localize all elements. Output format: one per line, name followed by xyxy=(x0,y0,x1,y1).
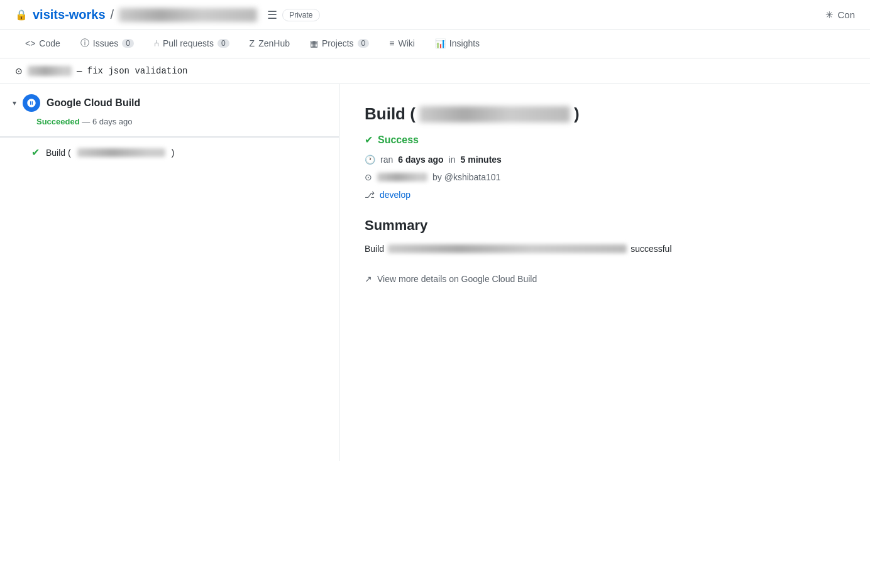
commit-hash xyxy=(28,66,72,76)
asterisk-icon: ✳ xyxy=(825,9,834,21)
zenhub-icon: Z xyxy=(250,38,255,48)
tab-zenhub[interactable]: Z ZenHub xyxy=(240,31,300,57)
commit-key-icon: ⊙ xyxy=(15,66,23,76)
check-item-id-blurred xyxy=(77,148,165,157)
success-label: Success xyxy=(378,134,419,146)
commit-ref-icon: ⊙ xyxy=(365,172,372,182)
ran-time: 6 days ago xyxy=(398,155,443,165)
tab-wiki[interactable]: ≡ Wiki xyxy=(379,31,425,57)
summary-id-blurred xyxy=(388,244,627,253)
tab-insights[interactable]: 📊 Insights xyxy=(425,31,490,57)
group-status-success: Succeeded xyxy=(36,117,80,126)
build-time-row: 🕐 ran 6 days ago in 5 minutes xyxy=(365,155,845,165)
duration: 5 minutes xyxy=(461,155,502,165)
build-status-row: ✔ Success xyxy=(365,134,845,146)
view-more-link[interactable]: View more details on Google Cloud Build xyxy=(377,274,537,284)
branch-icon: ⎇ xyxy=(365,190,375,200)
ran-prefix: ran xyxy=(380,155,393,165)
insights-icon: 📊 xyxy=(435,38,446,48)
clock-icon: 🕐 xyxy=(365,155,375,165)
gcb-icon xyxy=(23,94,40,112)
build-author-row: ⊙ by @kshibata101 xyxy=(365,172,845,182)
chevron-down-icon[interactable]: ▾ xyxy=(13,99,16,107)
triggered-by: by @kshibata101 xyxy=(432,172,500,182)
pr-badge: 0 xyxy=(218,39,229,48)
tab-zenhub-label: ZenHub xyxy=(258,38,290,48)
projects-icon: ▦ xyxy=(310,38,318,48)
repo-title: 🔒 visits-works / ☰ Private xyxy=(15,8,320,22)
main-content: ▾ Google Cloud Build Succeeded — 6 days … xyxy=(0,84,870,461)
commit-message: — fix json validation xyxy=(77,66,187,76)
pr-icon: ⑃ xyxy=(154,38,159,48)
summary-suffix: successful xyxy=(630,244,671,254)
check-success-icon: ✔ xyxy=(31,146,40,158)
tab-code-label: Code xyxy=(39,38,60,48)
check-group-name: Google Cloud Build xyxy=(47,97,140,109)
check-group-status: Succeeded — 6 days ago xyxy=(36,117,326,126)
issues-badge: 0 xyxy=(122,39,134,48)
lock-icon: 🔒 xyxy=(15,9,28,21)
summary-prefix: Build xyxy=(365,244,384,254)
tab-projects-label: Projects xyxy=(322,38,354,48)
con-label: Con xyxy=(837,9,855,20)
build-title-prefix: Build ( xyxy=(365,104,416,124)
build-title-suffix: ) xyxy=(574,104,580,124)
right-panel: Build ( ) ✔ Success 🕐 ran 6 days ago in … xyxy=(339,84,870,461)
repo-name-blurred xyxy=(119,8,257,22)
check-group-header: ▾ Google Cloud Build xyxy=(13,94,326,112)
branch-link[interactable]: develop xyxy=(380,190,410,200)
wiki-icon: ≡ xyxy=(389,38,394,48)
tab-pull-requests[interactable]: ⑃ Pull requests 0 xyxy=(144,31,240,57)
build-branch-row: ⎇ develop xyxy=(365,190,845,200)
projects-badge: 0 xyxy=(358,39,370,48)
tab-issues-label: Issues xyxy=(93,38,118,48)
private-badge: Private xyxy=(282,9,319,21)
tab-pr-label: Pull requests xyxy=(163,38,214,48)
ran-in: in xyxy=(449,155,456,165)
group-status-meta: — 6 days ago xyxy=(82,117,132,126)
check-item-name: Build ( xyxy=(46,148,71,158)
issues-icon: ⓘ xyxy=(80,38,89,49)
commit-ref-blurred xyxy=(377,173,427,182)
code-icon: <> xyxy=(25,38,35,48)
check-group: ▾ Google Cloud Build Succeeded — 6 days … xyxy=(0,84,339,137)
tab-issues[interactable]: ⓘ Issues 0 xyxy=(70,30,144,58)
summary-section: Summary Build successful xyxy=(365,217,845,254)
commit-bar: ⊙ — fix json validation xyxy=(0,58,870,84)
repo-owner-link[interactable]: visits-works xyxy=(33,8,106,22)
header-bar: 🔒 visits-works / ☰ Private ✳ Con xyxy=(0,0,870,30)
hamburger-icon[interactable]: ☰ xyxy=(267,8,277,22)
view-more-row: ↗ View more details on Google Cloud Buil… xyxy=(365,274,845,284)
build-id-blurred xyxy=(419,106,570,122)
summary-text: Build successful xyxy=(365,244,845,254)
tab-wiki-label: Wiki xyxy=(398,38,414,48)
tab-code[interactable]: <> Code xyxy=(15,31,70,57)
check-item-close-paren: ) xyxy=(172,148,175,158)
summary-title: Summary xyxy=(365,217,845,234)
header-right: ✳ Con xyxy=(825,9,855,21)
success-check-icon: ✔ xyxy=(365,134,373,146)
build-title: Build ( ) xyxy=(365,104,845,124)
nav-tabs: <> Code ⓘ Issues 0 ⑃ Pull requests 0 Z Z… xyxy=(0,30,870,58)
external-link-icon: ↗ xyxy=(365,274,372,284)
tab-projects[interactable]: ▦ Projects 0 xyxy=(300,31,379,57)
left-panel: ▾ Google Cloud Build Succeeded — 6 days … xyxy=(0,84,339,461)
check-item-build[interactable]: ✔ Build ( ) xyxy=(0,137,339,167)
tab-insights-label: Insights xyxy=(449,38,480,48)
separator: / xyxy=(111,8,114,22)
